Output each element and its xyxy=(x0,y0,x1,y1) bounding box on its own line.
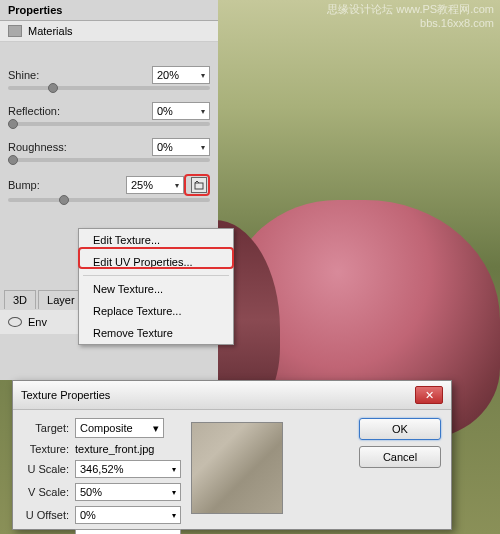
shine-slider[interactable] xyxy=(8,86,210,90)
menu-new-texture[interactable]: New Texture... xyxy=(79,278,233,300)
tab-3d[interactable]: 3D xyxy=(4,290,36,309)
reflection-slider[interactable] xyxy=(8,122,210,126)
dialog-title: Texture Properties xyxy=(21,389,110,401)
menu-remove-texture[interactable]: Remove Texture xyxy=(79,322,233,344)
shine-input[interactable]: 20%▾ xyxy=(152,66,210,84)
ok-button[interactable]: OK xyxy=(359,418,441,440)
u-offset-input[interactable]: 0%▾ xyxy=(75,506,181,524)
chevron-down-icon[interactable]: ▾ xyxy=(153,422,159,435)
eye-icon[interactable] xyxy=(8,317,22,327)
slider-thumb[interactable] xyxy=(48,83,58,93)
texture-filename: texture_front.jpg xyxy=(75,443,155,455)
chevron-down-icon[interactable]: ▾ xyxy=(175,181,179,190)
chevron-down-icon[interactable]: ▾ xyxy=(201,143,205,152)
materials-icon xyxy=(8,25,22,37)
menu-edit-uv-properties[interactable]: Edit UV Properties... xyxy=(79,251,233,273)
folder-icon xyxy=(194,180,204,190)
v-offset-input[interactable]: 0%▾ xyxy=(75,529,181,534)
bump-row: Bump: 25%▾ xyxy=(0,168,218,198)
u-scale-input[interactable]: 346,52%▾ xyxy=(75,460,181,478)
u-scale-row: U Scale: 346,52%▾ xyxy=(21,460,181,478)
menu-edit-texture[interactable]: Edit Texture... xyxy=(79,229,233,251)
dialog-titlebar[interactable]: Texture Properties ✕ xyxy=(13,381,451,410)
materials-label: Materials xyxy=(28,25,73,37)
roughness-input[interactable]: 0%▾ xyxy=(152,138,210,156)
chevron-down-icon[interactable]: ▾ xyxy=(172,465,176,474)
watermark: 思缘设计论坛 www.PS教程网.com bbs.16xx8.com xyxy=(327,2,494,29)
texture-preview xyxy=(191,422,283,514)
chevron-down-icon[interactable]: ▾ xyxy=(172,488,176,497)
slider-thumb[interactable] xyxy=(8,119,18,129)
menu-replace-texture[interactable]: Replace Texture... xyxy=(79,300,233,322)
roughness-slider[interactable] xyxy=(8,158,210,162)
u-offset-label: U Offset: xyxy=(21,509,69,521)
shine-label: Shine: xyxy=(8,69,39,81)
v-offset-row: V Offset: 0%▾ xyxy=(21,529,181,534)
u-offset-row: U Offset: 0%▾ xyxy=(21,506,181,524)
slider-thumb[interactable] xyxy=(8,155,18,165)
tab-layer[interactable]: Layer xyxy=(38,290,84,309)
bump-texture-button[interactable] xyxy=(191,177,207,193)
svg-rect-0 xyxy=(195,183,203,189)
chevron-down-icon[interactable]: ▾ xyxy=(201,71,205,80)
bump-label: Bump: xyxy=(8,179,40,191)
materials-header[interactable]: Materials xyxy=(0,21,218,42)
target-label: Target: xyxy=(21,422,69,434)
close-button[interactable]: ✕ xyxy=(415,386,443,404)
texture-properties-dialog: Texture Properties ✕ Target: Composite▾ … xyxy=(12,380,452,530)
roughness-label: Roughness: xyxy=(8,141,67,153)
env-label: Env xyxy=(28,316,47,328)
v-scale-label: V Scale: xyxy=(21,486,69,498)
texture-label: Texture: xyxy=(21,443,69,455)
chevron-down-icon[interactable]: ▾ xyxy=(201,107,205,116)
texture-row: Texture: texture_front.jpg xyxy=(21,443,181,455)
properties-tab[interactable]: Properties xyxy=(0,0,218,21)
target-select[interactable]: Composite▾ xyxy=(75,418,164,438)
bump-texture-highlight xyxy=(184,174,210,196)
shine-row: Shine: 20%▾ xyxy=(0,60,218,86)
bump-input[interactable]: 25%▾ xyxy=(126,176,184,194)
context-menu: Edit Texture... Edit UV Properties... Ne… xyxy=(78,228,234,345)
reflection-label: Reflection: xyxy=(8,105,60,117)
bottom-tabs: 3D Layer xyxy=(0,288,88,311)
reflection-row: Reflection: 0%▾ xyxy=(0,96,218,122)
target-row: Target: Composite▾ xyxy=(21,418,181,438)
u-scale-label: U Scale: xyxy=(21,463,69,475)
roughness-row: Roughness: 0%▾ xyxy=(0,132,218,158)
menu-separator xyxy=(83,275,229,276)
slider-thumb[interactable] xyxy=(59,195,69,205)
v-scale-row: V Scale: 50%▾ xyxy=(21,483,181,501)
cancel-button[interactable]: Cancel xyxy=(359,446,441,468)
reflection-input[interactable]: 0%▾ xyxy=(152,102,210,120)
v-scale-input[interactable]: 50%▾ xyxy=(75,483,181,501)
bump-slider[interactable] xyxy=(8,198,210,202)
chevron-down-icon[interactable]: ▾ xyxy=(172,511,176,520)
